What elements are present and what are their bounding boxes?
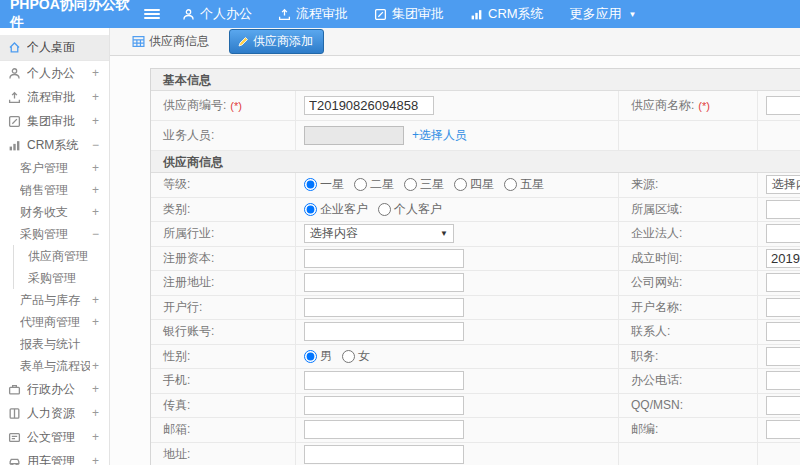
sidebar-item-vehicle-mgmt[interactable]: 用车管理 + (0, 449, 109, 465)
required-marker: (*) (698, 100, 710, 112)
expand-icon: + (92, 293, 99, 307)
nav-crm[interactable]: CRM系统 (470, 5, 544, 23)
radio-button[interactable] (378, 203, 391, 216)
radio-button[interactable] (304, 178, 317, 191)
radio-button[interactable] (304, 203, 317, 216)
category-option-enterprise[interactable]: 企业客户 (304, 201, 368, 218)
gender-option-female[interactable]: 女 (342, 348, 370, 365)
sidebar-item-reports[interactable]: 报表与统计 (0, 333, 109, 355)
radio-button[interactable] (404, 178, 417, 191)
expand-icon: + (92, 406, 99, 420)
supplier-name-input[interactable] (766, 96, 800, 115)
nav-label: 个人办公 (200, 5, 252, 23)
radio-button[interactable] (354, 178, 367, 191)
founding-date-label: 成立时间: (619, 247, 758, 272)
expand-icon: + (92, 382, 99, 396)
sidebar-item-agent-mgmt[interactable]: 代理商管理 + (0, 311, 109, 333)
postcode-input[interactable] (766, 420, 800, 439)
radio-button[interactable] (504, 178, 517, 191)
radio-button[interactable] (342, 350, 355, 363)
supplier-code-input[interactable] (304, 96, 434, 115)
legal-person-label: 企业法人: (619, 222, 758, 247)
nav-label: 更多应用 (570, 5, 622, 23)
gender-radio-group: 男 女 (296, 345, 619, 370)
contact-input[interactable] (766, 322, 800, 341)
radio-button[interactable] (304, 350, 317, 363)
grade-option-3star[interactable]: 三星 (404, 176, 444, 193)
nav-group-approval[interactable]: 集团审批 (374, 5, 444, 23)
sidebar-item-sales-mgmt[interactable]: 销售管理 + (0, 179, 109, 201)
table-icon (132, 35, 145, 48)
sidebar-item-finance[interactable]: 财务收支 + (0, 201, 109, 223)
tab-bar: 供应商信息 供应商添加 (110, 28, 800, 56)
region-label: 所属区域: (619, 198, 758, 223)
region-input[interactable] (766, 200, 800, 219)
sidebar-item-group-approval[interactable]: 集团审批 + (0, 109, 109, 133)
account-name-input[interactable] (766, 298, 800, 317)
registered-address-input[interactable] (304, 273, 464, 292)
menu-toggle-icon[interactable] (144, 9, 160, 19)
nav-more-apps[interactable]: 更多应用 ▼ (570, 5, 637, 23)
sidebar-item-product-inventory[interactable]: 产品与库存 + (0, 289, 109, 311)
postcode-label: 邮编: (619, 418, 758, 443)
source-label: 来源: (619, 173, 758, 198)
radio-button[interactable] (454, 178, 467, 191)
tab-label: 供应商信息 (149, 33, 209, 50)
main-content: 供应商信息 供应商添加 基本信息 供应商编号:(*) 供应商名称:(*) 业务人… (110, 28, 800, 465)
gender-label: 性别: (151, 345, 296, 370)
email-label: 邮箱: (151, 418, 296, 443)
grade-option-2star[interactable]: 二星 (354, 176, 394, 193)
pencil-add-icon (237, 36, 249, 48)
gender-option-male[interactable]: 男 (304, 348, 332, 365)
expand-icon: + (92, 183, 99, 197)
legal-person-input[interactable] (766, 224, 800, 243)
sidebar-item-admin-office[interactable]: 行政办公 + (0, 377, 109, 401)
select-staff-link[interactable]: +选择人员 (412, 127, 467, 144)
sidebar-item-customer-mgmt[interactable]: 客户管理 + (0, 157, 109, 179)
sidebar-item-crm[interactable]: CRM系统 − (0, 133, 109, 157)
supplier-add-form: 基本信息 供应商编号:(*) 供应商名称:(*) 业务人员: +选择人员 供应商… (150, 68, 800, 465)
expand-icon: + (92, 66, 99, 80)
industry-select[interactable]: 选择内容▼ (304, 224, 454, 243)
category-option-individual[interactable]: 个人客户 (378, 201, 442, 218)
nav-personal-office[interactable]: 个人办公 (182, 5, 252, 23)
briefcase-icon (8, 383, 21, 396)
sidebar-item-purchase-mgmt-sub[interactable]: 采购管理 (13, 267, 109, 289)
nav-process-approval[interactable]: 流程审批 (278, 5, 348, 23)
address-input[interactable] (304, 445, 464, 464)
fax-input[interactable] (304, 396, 464, 415)
mobile-input[interactable] (304, 371, 464, 390)
bank-account-input[interactable] (304, 322, 464, 341)
car-icon (8, 455, 21, 465)
upload-icon (278, 8, 291, 21)
sidebar-item-personal-desktop[interactable]: 个人桌面 (0, 35, 109, 61)
email-input[interactable] (304, 420, 464, 439)
position-input[interactable] (766, 347, 800, 366)
sidebar-item-document-mgmt[interactable]: 公文管理 + (0, 425, 109, 449)
founding-date-input[interactable] (766, 249, 800, 268)
edit-square-icon (8, 115, 21, 128)
source-select[interactable]: 选择内容▼ (766, 175, 800, 194)
registered-capital-input[interactable] (304, 249, 464, 268)
sidebar-item-process-approval[interactable]: 流程审批 + (0, 85, 109, 109)
bank-branch-input[interactable] (304, 298, 464, 317)
tab-supplier-add[interactable]: 供应商添加 (229, 29, 324, 54)
sidebar-item-supplier-mgmt[interactable]: 供应商管理 (13, 245, 109, 267)
grade-option-5star[interactable]: 五星 (504, 176, 544, 193)
sidebar-item-purchase-mgmt[interactable]: 采购管理 − (0, 223, 109, 245)
category-label: 类别: (151, 198, 296, 223)
grade-option-1star[interactable]: 一星 (304, 176, 344, 193)
office-phone-input[interactable] (766, 371, 800, 390)
sidebar-item-form-flow-settings[interactable]: 表单与流程设置 + (0, 355, 109, 377)
qq-msn-input[interactable] (766, 396, 800, 415)
business-staff-input[interactable] (304, 126, 404, 145)
topbar: PHPOA协同办公软件 个人办公 流程审批 集团审批 CRM系统 更多应用 ▼ (0, 0, 800, 28)
home-icon (8, 41, 21, 54)
website-input[interactable] (766, 273, 800, 292)
grade-option-4star[interactable]: 四星 (454, 176, 494, 193)
sidebar-item-hr[interactable]: 人力资源 + (0, 401, 109, 425)
office-phone-label: 办公电话: (619, 369, 758, 394)
sidebar-item-personal-office[interactable]: 个人办公 + (0, 61, 109, 85)
tab-supplier-info[interactable]: 供应商信息 (132, 33, 209, 50)
registered-address-label: 注册地址: (151, 271, 296, 296)
